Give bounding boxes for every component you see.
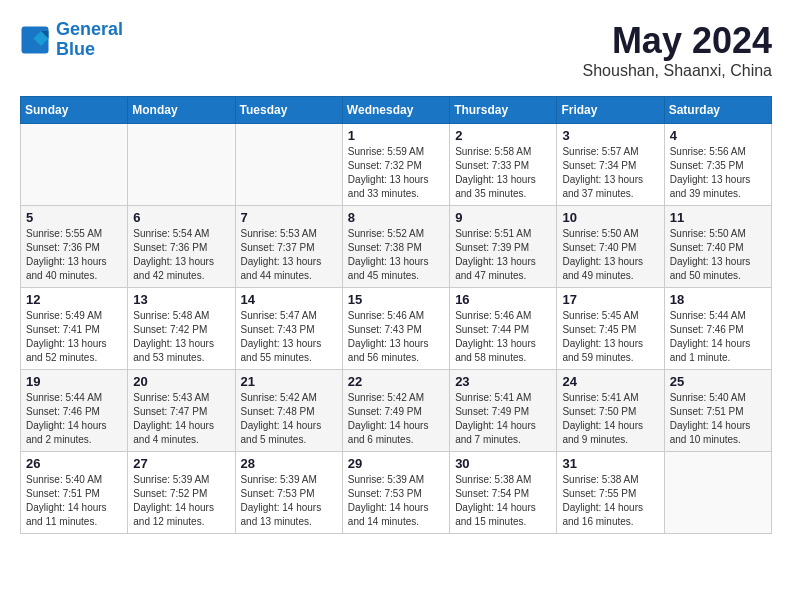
day-number: 20 — [133, 374, 229, 389]
col-wednesday: Wednesday — [342, 97, 449, 124]
day-info: Sunrise: 5:39 AM Sunset: 7:53 PM Dayligh… — [348, 473, 444, 529]
page-header: General Blue May 2024 Shoushan, Shaanxi,… — [20, 20, 772, 80]
logo-text: General Blue — [56, 20, 123, 60]
calendar-week-4: 19Sunrise: 5:44 AM Sunset: 7:46 PM Dayli… — [21, 370, 772, 452]
day-info: Sunrise: 5:44 AM Sunset: 7:46 PM Dayligh… — [670, 309, 766, 365]
calendar-cell: 4Sunrise: 5:56 AM Sunset: 7:35 PM Daylig… — [664, 124, 771, 206]
calendar-cell: 19Sunrise: 5:44 AM Sunset: 7:46 PM Dayli… — [21, 370, 128, 452]
day-info: Sunrise: 5:50 AM Sunset: 7:40 PM Dayligh… — [562, 227, 658, 283]
calendar-cell: 27Sunrise: 5:39 AM Sunset: 7:52 PM Dayli… — [128, 452, 235, 534]
calendar-cell — [128, 124, 235, 206]
day-number: 27 — [133, 456, 229, 471]
calendar-cell — [21, 124, 128, 206]
day-number: 6 — [133, 210, 229, 225]
calendar-cell — [664, 452, 771, 534]
day-number: 19 — [26, 374, 122, 389]
calendar-cell: 1Sunrise: 5:59 AM Sunset: 7:32 PM Daylig… — [342, 124, 449, 206]
day-number: 12 — [26, 292, 122, 307]
calendar-cell: 6Sunrise: 5:54 AM Sunset: 7:36 PM Daylig… — [128, 206, 235, 288]
logo: General Blue — [20, 20, 123, 60]
day-number: 30 — [455, 456, 551, 471]
day-info: Sunrise: 5:38 AM Sunset: 7:54 PM Dayligh… — [455, 473, 551, 529]
day-number: 10 — [562, 210, 658, 225]
calendar-cell: 17Sunrise: 5:45 AM Sunset: 7:45 PM Dayli… — [557, 288, 664, 370]
calendar-cell: 7Sunrise: 5:53 AM Sunset: 7:37 PM Daylig… — [235, 206, 342, 288]
day-number: 15 — [348, 292, 444, 307]
day-info: Sunrise: 5:46 AM Sunset: 7:43 PM Dayligh… — [348, 309, 444, 365]
day-info: Sunrise: 5:44 AM Sunset: 7:46 PM Dayligh… — [26, 391, 122, 447]
day-info: Sunrise: 5:48 AM Sunset: 7:42 PM Dayligh… — [133, 309, 229, 365]
calendar-cell: 5Sunrise: 5:55 AM Sunset: 7:36 PM Daylig… — [21, 206, 128, 288]
day-number: 8 — [348, 210, 444, 225]
day-number: 2 — [455, 128, 551, 143]
calendar-header: Sunday Monday Tuesday Wednesday Thursday… — [21, 97, 772, 124]
day-number: 26 — [26, 456, 122, 471]
day-number: 24 — [562, 374, 658, 389]
logo-icon — [20, 25, 50, 55]
day-number: 1 — [348, 128, 444, 143]
calendar-cell: 25Sunrise: 5:40 AM Sunset: 7:51 PM Dayli… — [664, 370, 771, 452]
calendar-cell: 23Sunrise: 5:41 AM Sunset: 7:49 PM Dayli… — [450, 370, 557, 452]
day-number: 23 — [455, 374, 551, 389]
calendar-cell: 30Sunrise: 5:38 AM Sunset: 7:54 PM Dayli… — [450, 452, 557, 534]
day-info: Sunrise: 5:55 AM Sunset: 7:36 PM Dayligh… — [26, 227, 122, 283]
col-sunday: Sunday — [21, 97, 128, 124]
day-info: Sunrise: 5:57 AM Sunset: 7:34 PM Dayligh… — [562, 145, 658, 201]
calendar-cell: 21Sunrise: 5:42 AM Sunset: 7:48 PM Dayli… — [235, 370, 342, 452]
day-number: 18 — [670, 292, 766, 307]
day-number: 31 — [562, 456, 658, 471]
calendar-cell: 3Sunrise: 5:57 AM Sunset: 7:34 PM Daylig… — [557, 124, 664, 206]
calendar-cell: 9Sunrise: 5:51 AM Sunset: 7:39 PM Daylig… — [450, 206, 557, 288]
calendar-cell — [235, 124, 342, 206]
calendar-cell: 2Sunrise: 5:58 AM Sunset: 7:33 PM Daylig… — [450, 124, 557, 206]
day-info: Sunrise: 5:40 AM Sunset: 7:51 PM Dayligh… — [670, 391, 766, 447]
calendar-week-5: 26Sunrise: 5:40 AM Sunset: 7:51 PM Dayli… — [21, 452, 772, 534]
calendar-week-2: 5Sunrise: 5:55 AM Sunset: 7:36 PM Daylig… — [21, 206, 772, 288]
day-info: Sunrise: 5:46 AM Sunset: 7:44 PM Dayligh… — [455, 309, 551, 365]
col-friday: Friday — [557, 97, 664, 124]
day-info: Sunrise: 5:53 AM Sunset: 7:37 PM Dayligh… — [241, 227, 337, 283]
day-number: 3 — [562, 128, 658, 143]
day-info: Sunrise: 5:39 AM Sunset: 7:53 PM Dayligh… — [241, 473, 337, 529]
location: Shoushan, Shaanxi, China — [583, 62, 772, 80]
day-info: Sunrise: 5:54 AM Sunset: 7:36 PM Dayligh… — [133, 227, 229, 283]
day-info: Sunrise: 5:50 AM Sunset: 7:40 PM Dayligh… — [670, 227, 766, 283]
day-info: Sunrise: 5:38 AM Sunset: 7:55 PM Dayligh… — [562, 473, 658, 529]
calendar-cell: 28Sunrise: 5:39 AM Sunset: 7:53 PM Dayli… — [235, 452, 342, 534]
calendar-cell: 15Sunrise: 5:46 AM Sunset: 7:43 PM Dayli… — [342, 288, 449, 370]
day-number: 9 — [455, 210, 551, 225]
col-monday: Monday — [128, 97, 235, 124]
calendar-cell: 24Sunrise: 5:41 AM Sunset: 7:50 PM Dayli… — [557, 370, 664, 452]
day-number: 13 — [133, 292, 229, 307]
day-number: 28 — [241, 456, 337, 471]
day-number: 4 — [670, 128, 766, 143]
calendar-cell: 8Sunrise: 5:52 AM Sunset: 7:38 PM Daylig… — [342, 206, 449, 288]
logo-line2: Blue — [56, 39, 95, 59]
day-info: Sunrise: 5:49 AM Sunset: 7:41 PM Dayligh… — [26, 309, 122, 365]
day-info: Sunrise: 5:47 AM Sunset: 7:43 PM Dayligh… — [241, 309, 337, 365]
day-number: 14 — [241, 292, 337, 307]
day-info: Sunrise: 5:42 AM Sunset: 7:49 PM Dayligh… — [348, 391, 444, 447]
day-info: Sunrise: 5:45 AM Sunset: 7:45 PM Dayligh… — [562, 309, 658, 365]
calendar-cell: 10Sunrise: 5:50 AM Sunset: 7:40 PM Dayli… — [557, 206, 664, 288]
day-info: Sunrise: 5:42 AM Sunset: 7:48 PM Dayligh… — [241, 391, 337, 447]
month-title: May 2024 — [583, 20, 772, 62]
day-info: Sunrise: 5:40 AM Sunset: 7:51 PM Dayligh… — [26, 473, 122, 529]
day-number: 11 — [670, 210, 766, 225]
col-saturday: Saturday — [664, 97, 771, 124]
day-info: Sunrise: 5:51 AM Sunset: 7:39 PM Dayligh… — [455, 227, 551, 283]
calendar-cell: 18Sunrise: 5:44 AM Sunset: 7:46 PM Dayli… — [664, 288, 771, 370]
day-number: 7 — [241, 210, 337, 225]
day-number: 25 — [670, 374, 766, 389]
day-info: Sunrise: 5:41 AM Sunset: 7:49 PM Dayligh… — [455, 391, 551, 447]
day-number: 17 — [562, 292, 658, 307]
calendar-body: 1Sunrise: 5:59 AM Sunset: 7:32 PM Daylig… — [21, 124, 772, 534]
title-area: May 2024 Shoushan, Shaanxi, China — [583, 20, 772, 80]
calendar-cell: 13Sunrise: 5:48 AM Sunset: 7:42 PM Dayli… — [128, 288, 235, 370]
day-number: 16 — [455, 292, 551, 307]
calendar-cell: 16Sunrise: 5:46 AM Sunset: 7:44 PM Dayli… — [450, 288, 557, 370]
day-info: Sunrise: 5:58 AM Sunset: 7:33 PM Dayligh… — [455, 145, 551, 201]
header-row: Sunday Monday Tuesday Wednesday Thursday… — [21, 97, 772, 124]
day-info: Sunrise: 5:43 AM Sunset: 7:47 PM Dayligh… — [133, 391, 229, 447]
calendar-cell: 11Sunrise: 5:50 AM Sunset: 7:40 PM Dayli… — [664, 206, 771, 288]
